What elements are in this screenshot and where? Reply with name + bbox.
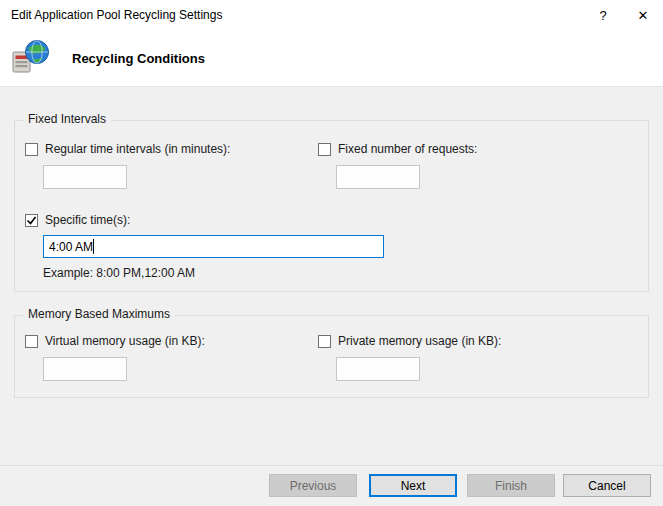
memory-based-maximums-group: Memory Based Maximums Virtual memory usa… — [14, 315, 649, 398]
virtual-memory-checkbox[interactable] — [25, 335, 38, 348]
regular-time-intervals-label: Regular time intervals (in minutes): — [45, 142, 230, 156]
virtual-memory-check-row[interactable]: Virtual memory usage (in KB): — [25, 334, 205, 348]
private-memory-input[interactable] — [336, 357, 420, 381]
specific-times-example: Example: 8:00 PM,12:00 AM — [43, 266, 195, 280]
fixed-number-requests-checkbox[interactable] — [318, 143, 331, 156]
fixed-number-requests-label: Fixed number of requests: — [338, 142, 477, 156]
text-cursor — [93, 239, 94, 254]
help-button[interactable]: ? — [583, 0, 623, 30]
specific-times-input[interactable] — [43, 235, 384, 258]
next-button[interactable]: Next — [369, 474, 457, 497]
finish-button[interactable]: Finish — [467, 474, 555, 497]
private-memory-label: Private memory usage (in KB): — [338, 334, 501, 348]
fixed-intervals-group-label: Fixed Intervals — [23, 112, 111, 126]
fixed-number-requests-check-row[interactable]: Fixed number of requests: — [318, 142, 477, 156]
edit-application-pool-recycling-settings-dialog: Edit Application Pool Recycling Settings… — [0, 0, 663, 506]
titlebar-buttons: ? ✕ — [583, 0, 663, 30]
specific-times-input-wrap — [43, 235, 384, 258]
window-title: Edit Application Pool Recycling Settings — [0, 8, 222, 22]
fixed-number-requests-input[interactable] — [336, 165, 420, 189]
previous-button[interactable]: Previous — [269, 474, 357, 497]
regular-time-intervals-check-row[interactable]: Regular time intervals (in minutes): — [25, 142, 230, 156]
virtual-memory-label: Virtual memory usage (in KB): — [45, 334, 205, 348]
private-memory-checkbox[interactable] — [318, 335, 331, 348]
help-icon: ? — [599, 8, 606, 23]
specific-times-label: Specific time(s): — [45, 213, 130, 227]
virtual-memory-input[interactable] — [43, 357, 127, 381]
regular-time-intervals-input[interactable] — [43, 165, 127, 189]
specific-times-checkbox[interactable] — [25, 214, 38, 227]
page-title: Recycling Conditions — [72, 51, 205, 66]
wizard-header: Recycling Conditions — [0, 30, 663, 87]
regular-time-intervals-checkbox[interactable] — [25, 143, 38, 156]
private-memory-check-row[interactable]: Private memory usage (in KB): — [318, 334, 501, 348]
close-button[interactable]: ✕ — [623, 0, 663, 30]
cancel-button[interactable]: Cancel — [563, 474, 651, 497]
specific-times-check-row[interactable]: Specific time(s): — [25, 213, 130, 227]
titlebar: Edit Application Pool Recycling Settings… — [0, 0, 663, 30]
close-icon: ✕ — [638, 8, 649, 23]
footer-divider — [0, 465, 663, 466]
checkmark-icon — [26, 215, 37, 226]
memory-based-maximums-group-label: Memory Based Maximums — [23, 307, 175, 321]
recycling-conditions-icon — [12, 39, 50, 77]
fixed-intervals-group: Fixed Intervals Regular time intervals (… — [14, 120, 649, 292]
